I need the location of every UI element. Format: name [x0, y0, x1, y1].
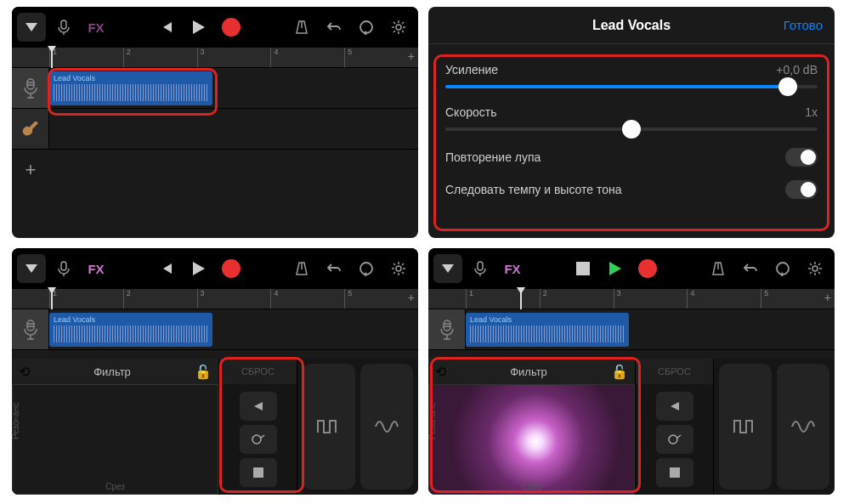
- track-header-mic[interactable]: [12, 68, 49, 108]
- menu-button[interactable]: [433, 254, 462, 283]
- playhead[interactable]: [51, 289, 53, 309]
- rewind-button[interactable]: [152, 13, 181, 42]
- square-wave-button[interactable]: [303, 364, 355, 490]
- toolbar: FX: [12, 7, 418, 48]
- loop-repeat-switch[interactable]: [785, 148, 818, 167]
- mic-icon[interactable]: [466, 254, 495, 283]
- sine-wave-button[interactable]: [777, 364, 829, 490]
- swap-icon[interactable]: ⟲: [435, 364, 446, 380]
- svg-rect-9: [478, 262, 483, 270]
- lock-icon[interactable]: 🔓: [611, 364, 628, 380]
- svg-point-11: [812, 266, 818, 271]
- timeline[interactable]: 1 2 3 4 5 +: [12, 48, 418, 68]
- reset-button[interactable]: СБРОС: [636, 359, 713, 384]
- undo-button[interactable]: [736, 254, 765, 283]
- undo-button[interactable]: [320, 254, 348, 283]
- settings-button[interactable]: [801, 254, 829, 283]
- speed-label: Скорость: [445, 105, 496, 119]
- timeline[interactable]: 12345 +: [428, 289, 835, 309]
- add-marker[interactable]: +: [408, 49, 415, 63]
- playhead[interactable]: [520, 289, 522, 309]
- panel-fx-1: FX 12345 + Lead Vocals ⟲Фильтр🔓 Резонанс…: [12, 248, 418, 495]
- settings-button[interactable]: [384, 13, 413, 42]
- record-button[interactable]: [633, 254, 662, 283]
- waveform: [54, 84, 208, 101]
- scratch-button[interactable]: [656, 425, 693, 454]
- toolbar: FX: [428, 248, 835, 289]
- track-vocals: Lead Vocals: [12, 309, 418, 350]
- square-wave-button[interactable]: [719, 364, 772, 490]
- track-header-mic[interactable]: [428, 309, 466, 349]
- track-header-guitar[interactable]: [12, 109, 49, 149]
- sine-wave-button[interactable]: [360, 364, 413, 490]
- play-button[interactable]: [601, 254, 630, 283]
- add-marker[interactable]: +: [824, 291, 831, 304]
- reset-button[interactable]: СБРОС: [219, 359, 297, 384]
- metronome-button[interactable]: [287, 13, 316, 42]
- svg-point-8: [252, 435, 261, 444]
- timeline[interactable]: 12345 +: [12, 289, 418, 309]
- stop-button[interactable]: [240, 458, 277, 487]
- gain-value: +0,0 dB: [776, 63, 818, 76]
- reverse-button[interactable]: [240, 392, 277, 421]
- metronome-button[interactable]: [704, 254, 733, 283]
- track-vocals: Lead Vocals: [428, 309, 835, 350]
- metronome-button[interactable]: [287, 254, 316, 283]
- svg-point-2: [396, 25, 401, 30]
- loop-button[interactable]: [352, 254, 381, 283]
- gain-label: Усиление: [445, 63, 498, 76]
- svg-rect-0: [61, 20, 66, 29]
- swap-icon[interactable]: ⟲: [19, 364, 30, 380]
- follow-tempo-switch[interactable]: [785, 180, 818, 199]
- audio-region[interactable]: Lead Vocals: [49, 313, 212, 347]
- mic-icon[interactable]: [49, 13, 78, 42]
- rewind-button[interactable]: [152, 254, 181, 283]
- settings-button[interactable]: [384, 254, 413, 283]
- panel-tracks-1: FX 1 2 3 4 5 + Lead Vocals +: [12, 7, 418, 238]
- record-button[interactable]: [217, 13, 246, 42]
- scratch-button[interactable]: [240, 425, 277, 454]
- svg-rect-4: [61, 262, 66, 270]
- filter-title: Фильтр: [446, 365, 611, 378]
- add-track-button[interactable]: +: [12, 150, 49, 190]
- svg-point-1: [360, 21, 372, 33]
- loop-repeat-label: Повторение лупа: [445, 150, 541, 164]
- xy-pad[interactable]: РезонансСрез: [428, 384, 635, 495]
- menu-button[interactable]: [17, 13, 46, 42]
- track-header-mic[interactable]: [12, 309, 49, 349]
- svg-rect-3: [27, 79, 34, 89]
- track-vocals: Lead Vocals: [12, 68, 418, 109]
- settings-title: Lead Vocals: [592, 18, 671, 33]
- loop-button[interactable]: [768, 254, 797, 283]
- svg-point-5: [360, 263, 372, 275]
- playhead[interactable]: [51, 48, 53, 68]
- toolbar: FX: [12, 248, 418, 289]
- add-marker[interactable]: +: [408, 291, 415, 304]
- audio-region[interactable]: Lead Vocals: [466, 313, 629, 347]
- stop-playback-button[interactable]: [569, 254, 597, 283]
- record-button[interactable]: [217, 254, 246, 283]
- panel-settings: Lead Vocals Готово Усиление+0,0 dB Скоро…: [428, 7, 835, 238]
- speed-slider[interactable]: [445, 127, 818, 131]
- menu-button[interactable]: [17, 254, 46, 283]
- fx-button[interactable]: FX: [82, 254, 110, 283]
- fx-button[interactable]: FX: [498, 254, 527, 283]
- svg-point-6: [396, 266, 401, 271]
- track-guitar: [12, 109, 418, 150]
- svg-rect-7: [27, 320, 34, 331]
- done-button[interactable]: Готово: [784, 18, 823, 32]
- stop-button[interactable]: [656, 458, 693, 487]
- audio-region[interactable]: Lead Vocals: [49, 71, 212, 105]
- svg-point-10: [777, 263, 789, 275]
- loop-button[interactable]: [352, 13, 381, 42]
- play-button[interactable]: [184, 13, 213, 42]
- play-button[interactable]: [184, 254, 213, 283]
- gain-slider[interactable]: [445, 85, 818, 88]
- mic-icon[interactable]: [49, 254, 78, 283]
- svg-point-13: [669, 435, 677, 444]
- lock-icon[interactable]: 🔓: [195, 364, 212, 380]
- reverse-button[interactable]: [656, 392, 693, 421]
- xy-pad[interactable]: РезонансСрез: [12, 384, 218, 495]
- fx-button[interactable]: FX: [82, 13, 110, 42]
- undo-button[interactable]: [320, 13, 348, 42]
